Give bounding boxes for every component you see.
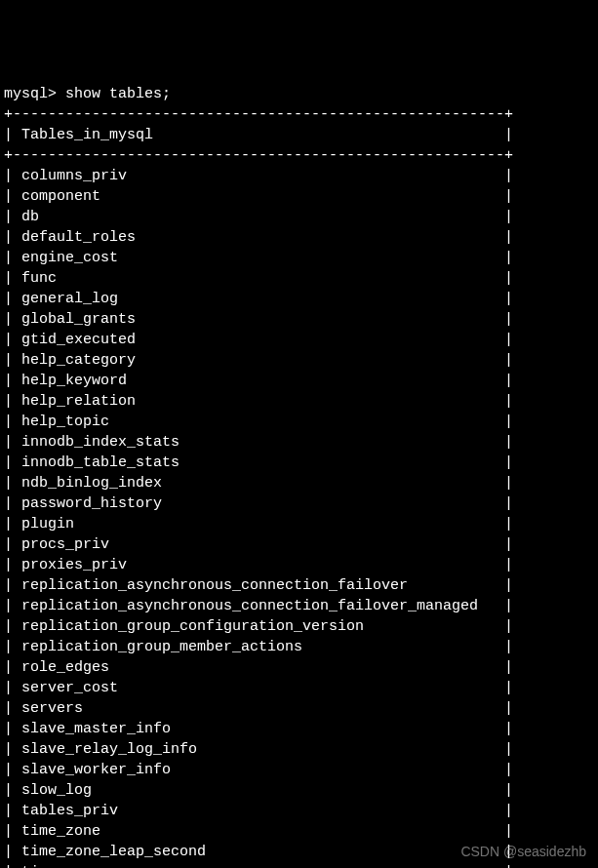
watermark: CSDN @seasidezhb bbox=[460, 843, 586, 862]
command-text[interactable]: show tables; bbox=[65, 86, 171, 102]
header-row: | Tables_in_mysql | bbox=[4, 127, 513, 143]
border-top: +---------------------------------------… bbox=[4, 106, 513, 123]
table-body: | columns_priv | | component | | db | | … bbox=[4, 168, 513, 868]
prompt: mysql> bbox=[4, 86, 57, 102]
terminal-output: mysql> show tables; +-------------------… bbox=[0, 82, 598, 868]
border-mid: +---------------------------------------… bbox=[4, 147, 513, 164]
